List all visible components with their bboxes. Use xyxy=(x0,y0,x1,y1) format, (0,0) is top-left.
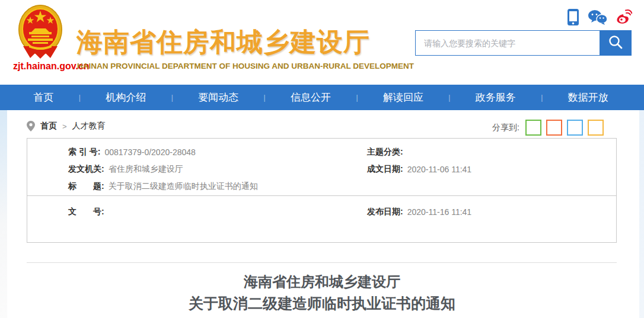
table-row: 标 题: 关于取消二级建造师临时执业证书的通知 xyxy=(27,178,616,195)
meta-written-date-value: 2020-11-06 11:41 xyxy=(407,165,471,174)
nav-item-info-disclosure[interactable]: 信息公开 xyxy=(291,91,331,104)
site-title: 海南省住房和城乡建设厅 xyxy=(76,25,370,60)
document-title-line2: 关于取消二级建造师临时执业证书的通知 xyxy=(0,293,644,313)
site-header: zjt.hainan.gov.cn 海南省住房和城乡建设厅 HAINAN PRO… xyxy=(0,0,644,85)
nav-item-news[interactable]: 要闻动态 xyxy=(198,91,238,104)
breadcrumb: 首页 > 人才教育 xyxy=(27,121,106,131)
header-quick-icons xyxy=(567,8,632,28)
meta-title-value: 关于取消二级建造师临时执业证书的通知 xyxy=(109,181,258,192)
breadcrumb-row: 首页 > 人才教育 分享到: xyxy=(27,117,617,137)
meta-index-cell: 索 引 号: 00817379-0/2020-28048 xyxy=(27,147,367,158)
table-row: 发文机关: 省住房和城乡建设厅 成文日期: 2020-11-06 11:41 xyxy=(27,160,616,178)
meta-agency-value: 省住房和城乡建设厅 xyxy=(109,164,183,175)
search-icon xyxy=(608,34,623,52)
meta-lower-section: 文 号: 发布日期: 2020-11-16 11:41 xyxy=(27,196,616,220)
meta-title-label: 标 题: xyxy=(68,181,104,192)
nav-separator: | xyxy=(79,94,81,102)
meta-topic-label: 主题分类: xyxy=(367,147,403,158)
meta-agency-label: 发文机关: xyxy=(68,164,104,175)
meta-written-date-cell: 成文日期: 2020-11-06 11:41 xyxy=(367,164,616,175)
document-title: 海南省住房和城乡建设厅 关于取消二级建造师临时执业证书的通知 xyxy=(0,272,644,313)
nav-item-about[interactable]: 机构介绍 xyxy=(106,91,146,104)
search-bar xyxy=(415,30,632,56)
nav-separator: | xyxy=(448,94,450,102)
meta-topic-cell: 主题分类: xyxy=(367,147,616,158)
meta-index-value: 00817379-0/2020-28048 xyxy=(104,147,195,157)
breadcrumb-separator: > xyxy=(62,122,67,131)
meta-doc-no-label: 文 号: xyxy=(68,207,104,217)
share-box-2[interactable] xyxy=(546,120,562,136)
meta-index-label: 索 引 号: xyxy=(68,147,100,158)
share-label: 分享到: xyxy=(492,123,519,133)
location-pin-icon xyxy=(27,121,35,131)
table-row: 索 引 号: 00817379-0/2020-28048 主题分类: xyxy=(27,143,616,160)
nav-item-interpretation[interactable]: 解读回应 xyxy=(383,91,423,104)
mobile-icon[interactable] xyxy=(567,8,579,28)
document-meta-table: 索 引 号: 00817379-0/2020-28048 主题分类: 发文机关:… xyxy=(27,138,617,243)
share-bar: 分享到: xyxy=(492,120,604,136)
site-url[interactable]: zjt.hainan.gov.cn xyxy=(13,61,75,72)
wechat-icon[interactable] xyxy=(588,9,608,27)
share-box-1[interactable] xyxy=(525,120,541,136)
page: zjt.hainan.gov.cn 海南省住房和城乡建设厅 HAINAN PRO… xyxy=(0,0,644,318)
main-nav: 首页 | 机构介绍 | 要闻动态 | 信息公开 | 解读回应 | 政务服务 | … xyxy=(0,85,644,110)
share-box-3[interactable] xyxy=(567,120,583,136)
nav-separator: | xyxy=(264,94,266,102)
meta-publish-date-label: 发布日期: xyxy=(367,207,403,217)
search-button[interactable] xyxy=(600,31,631,55)
nav-separator: | xyxy=(171,94,173,102)
meta-publish-date-value: 2020-11-16 11:41 xyxy=(407,207,471,217)
china-national-emblem-icon xyxy=(17,4,63,60)
breadcrumb-home-link[interactable]: 首页 xyxy=(40,121,57,131)
meta-publish-date-cell: 发布日期: 2020-11-16 11:41 xyxy=(367,207,616,217)
meta-agency-cell: 发文机关: 省住房和城乡建设厅 xyxy=(27,164,367,175)
nav-separator: | xyxy=(541,94,543,102)
meta-written-date-label: 成文日期: xyxy=(367,164,403,175)
meta-upper-section: 索 引 号: 00817379-0/2020-28048 主题分类: 发文机关:… xyxy=(27,139,616,196)
weibo-icon[interactable] xyxy=(616,9,632,27)
nav-separator: | xyxy=(356,94,358,102)
nav-item-services[interactable]: 政务服务 xyxy=(476,91,516,104)
nav-item-open-data[interactable]: 数据开放 xyxy=(568,91,608,104)
breadcrumb-current[interactable]: 人才教育 xyxy=(72,121,106,131)
table-row: 文 号: 发布日期: 2020-11-16 11:41 xyxy=(27,203,616,220)
nav-item-home[interactable]: 首页 xyxy=(33,91,53,104)
site-subtitle: HAINAN PROVINCIAL DEPARTMENT OF HOUSING … xyxy=(77,62,414,70)
search-input[interactable] xyxy=(416,31,600,55)
meta-title-cell: 标 题: 关于取消二级建造师临时执业证书的通知 xyxy=(27,181,561,192)
share-box-4[interactable] xyxy=(588,120,604,136)
content-divider xyxy=(27,262,617,263)
meta-doc-no-cell: 文 号: xyxy=(27,207,367,217)
document-title-line1: 海南省住房和城乡建设厅 xyxy=(0,272,644,291)
